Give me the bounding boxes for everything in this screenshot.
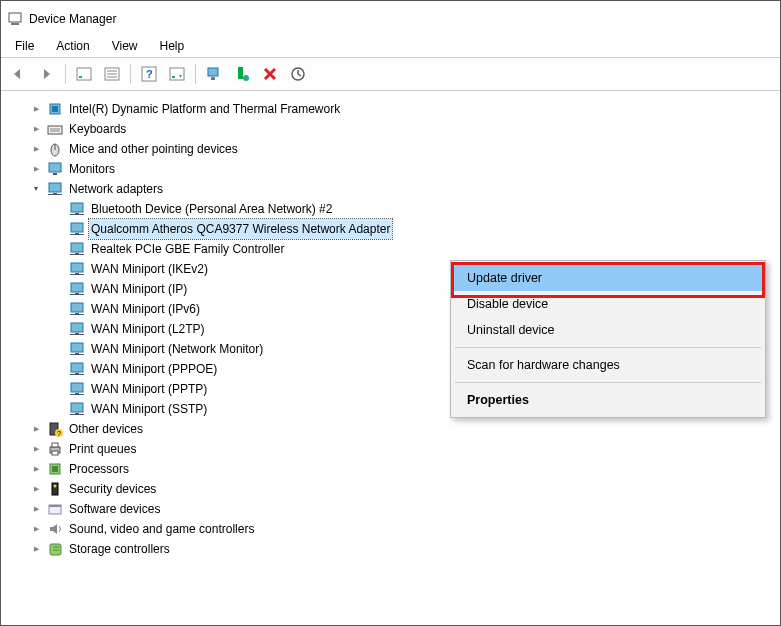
tree-item[interactable]: Print queues xyxy=(11,439,780,459)
svg-rect-44 xyxy=(71,303,83,312)
context-scan-hardware[interactable]: Scan for hardware changes xyxy=(453,352,763,378)
svg-rect-34 xyxy=(70,234,84,235)
software-icon xyxy=(47,501,63,517)
toolbar: ? xyxy=(1,57,780,91)
context-properties[interactable]: Properties xyxy=(453,387,763,413)
tree-item[interactable]: Keyboards xyxy=(11,119,780,139)
tree-item[interactable]: Qualcomm Atheros QCA9377 Wireless Networ… xyxy=(11,219,780,239)
expander-icon[interactable] xyxy=(29,462,43,476)
expander-none xyxy=(51,342,65,356)
svg-point-71 xyxy=(54,485,57,488)
toolbar-enable-button[interactable] xyxy=(202,62,226,86)
printer-icon xyxy=(47,441,63,457)
tree-item-label: Realtek PCIe GBE Family Controller xyxy=(89,239,286,259)
network-icon xyxy=(69,341,85,357)
menu-view[interactable]: View xyxy=(102,37,148,55)
svg-rect-18 xyxy=(52,106,58,112)
tree-item-label: Qualcomm Atheros QCA9377 Wireless Networ… xyxy=(89,219,392,239)
expander-none xyxy=(51,202,65,216)
expander-icon[interactable] xyxy=(29,102,43,116)
svg-rect-3 xyxy=(79,76,82,78)
tree-item-label: Security devices xyxy=(67,479,158,499)
tree-item-label: Storage controllers xyxy=(67,539,172,559)
toolbar-separator xyxy=(130,64,131,84)
context-update-driver[interactable]: Update driver xyxy=(453,265,763,291)
tree-item-label: Monitors xyxy=(67,159,117,179)
expander-none xyxy=(51,302,65,316)
expander-icon[interactable] xyxy=(29,442,43,456)
expander-icon[interactable] xyxy=(29,422,43,436)
tree-item-label: Mice and other pointing devices xyxy=(67,139,240,159)
toolbar-uninstall-button[interactable] xyxy=(258,62,282,86)
toolbar-scan-button[interactable] xyxy=(286,62,310,86)
tree-item-label: WAN Miniport (L2TP) xyxy=(89,319,207,339)
menu-file[interactable]: File xyxy=(5,37,44,55)
expander-icon[interactable] xyxy=(29,162,43,176)
toolbar-properties-button[interactable] xyxy=(100,62,124,86)
toolbar-update-driver-button[interactable] xyxy=(165,62,189,86)
tree-item[interactable]: ?Other devices xyxy=(11,419,780,439)
tree-item-label: WAN Miniport (IP) xyxy=(89,279,189,299)
unknown-icon: ? xyxy=(47,421,63,437)
tree-item[interactable]: Software devices xyxy=(11,499,780,519)
context-disable-device[interactable]: Disable device xyxy=(453,291,763,317)
toolbar-separator xyxy=(65,64,66,84)
tree-item[interactable]: Processors xyxy=(11,459,780,479)
network-icon xyxy=(69,221,85,237)
keyboard-icon xyxy=(47,121,63,137)
context-separator xyxy=(455,382,761,383)
toolbar-forward-button[interactable] xyxy=(35,62,59,86)
cpu-icon xyxy=(47,461,63,477)
tree-item[interactable]: Storage controllers xyxy=(11,539,780,559)
network-icon xyxy=(69,281,85,297)
tree-item[interactable]: Intel(R) Dynamic Platform and Thermal Fr… xyxy=(11,99,780,119)
expander-icon[interactable] xyxy=(29,142,43,156)
svg-point-15 xyxy=(243,75,249,81)
tree-item[interactable]: Mice and other pointing devices xyxy=(11,139,780,159)
tree-item[interactable]: Monitors xyxy=(11,159,780,179)
tree-item-label: Software devices xyxy=(67,499,162,519)
tree-item[interactable]: Security devices xyxy=(11,479,780,499)
context-uninstall-device[interactable]: Uninstall device xyxy=(453,317,763,343)
toolbar-show-hidden-button[interactable] xyxy=(72,62,96,86)
expander-icon[interactable] xyxy=(29,522,43,536)
tree-item[interactable]: Sound, video and game controllers xyxy=(11,519,780,539)
expander-icon[interactable] xyxy=(29,542,43,556)
tree-item[interactable]: Realtek PCIe GBE Family Controller xyxy=(11,239,780,259)
tree-item[interactable]: Network adapters xyxy=(11,179,780,199)
window-title: Device Manager xyxy=(29,12,116,26)
svg-rect-66 xyxy=(52,443,58,447)
expander-none xyxy=(51,322,65,336)
tree-item-label: WAN Miniport (PPTP) xyxy=(89,379,209,399)
svg-rect-29 xyxy=(71,203,83,212)
menu-help[interactable]: Help xyxy=(150,37,195,55)
svg-rect-40 xyxy=(70,274,84,275)
svg-rect-43 xyxy=(70,294,84,295)
tree-item[interactable]: Bluetooth Device (Personal Area Network)… xyxy=(11,199,780,219)
expander-icon[interactable] xyxy=(29,502,43,516)
menu-action[interactable]: Action xyxy=(46,37,99,55)
svg-rect-13 xyxy=(211,77,215,80)
svg-rect-1 xyxy=(11,23,19,25)
context-menu: Update driver Disable device Uninstall d… xyxy=(450,260,766,418)
expander-none xyxy=(51,282,65,296)
network-icon xyxy=(69,321,85,337)
tree-item-label: Intel(R) Dynamic Platform and Thermal Fr… xyxy=(67,99,342,119)
svg-text:?: ? xyxy=(146,68,153,80)
expander-none xyxy=(51,362,65,376)
toolbar-add-legacy-button[interactable] xyxy=(230,62,254,86)
expander-icon[interactable] xyxy=(29,122,43,136)
svg-rect-38 xyxy=(71,263,83,272)
tree-item-label: Processors xyxy=(67,459,131,479)
toolbar-help-button[interactable]: ? xyxy=(137,62,161,86)
expander-icon[interactable] xyxy=(29,182,43,196)
svg-rect-37 xyxy=(70,254,84,255)
svg-rect-26 xyxy=(49,183,61,192)
svg-rect-52 xyxy=(70,354,84,355)
network-icon xyxy=(69,261,85,277)
toolbar-back-button[interactable] xyxy=(7,62,31,86)
expander-icon[interactable] xyxy=(29,482,43,496)
app-icon xyxy=(7,11,23,27)
svg-rect-14 xyxy=(238,67,243,79)
tree-item-label: Sound, video and game controllers xyxy=(67,519,256,539)
